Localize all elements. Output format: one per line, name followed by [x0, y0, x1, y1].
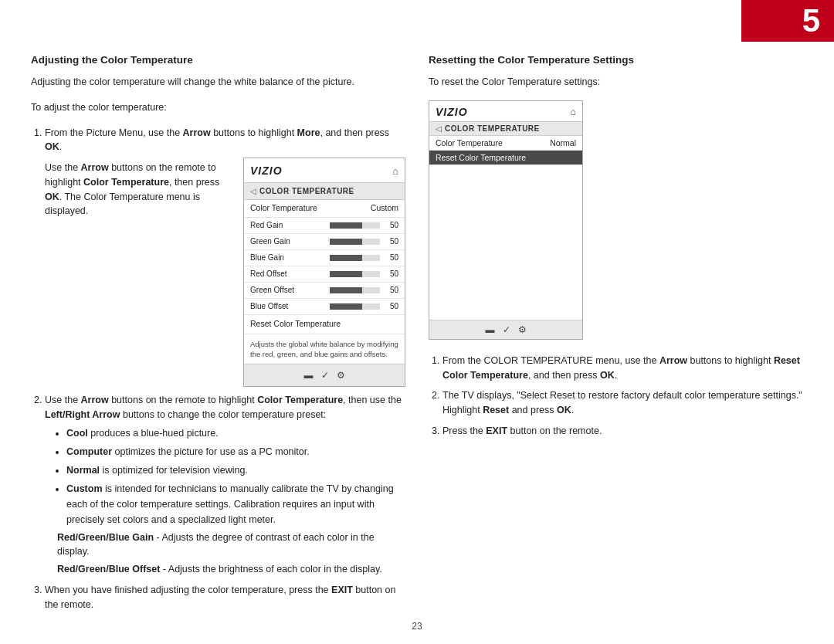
tv-right-empty-area — [429, 165, 582, 320]
bar-track — [330, 255, 380, 261]
bar-fill — [330, 255, 362, 261]
tv-right-nav: ◁ COLOR TEMPERATURE — [429, 122, 582, 136]
tv-bar-red-offset: Red Offset 50 — [244, 266, 405, 283]
bar-container: 50 — [330, 252, 398, 263]
check-icon: ✓ — [321, 368, 329, 382]
gear-icon: ⚙ — [337, 368, 345, 382]
gear-icon-right: ⚙ — [518, 324, 527, 335]
bar-track — [330, 271, 380, 277]
right-step-2: The TV displays, "Select Reset to restor… — [442, 388, 803, 418]
bar-label: Red Offset — [250, 268, 304, 280]
left-step-2: Use the Arrow buttons on the remote to h… — [45, 161, 405, 387]
check-icon-right: ✓ — [503, 324, 510, 335]
right-column: Resetting the Color Temperature Settings… — [429, 54, 803, 613]
indent-gain: Red/Green/Blue Gain - Adjusts the degree… — [57, 530, 405, 577]
bar-fill — [330, 239, 362, 245]
bar-label: Blue Gain — [250, 252, 304, 263]
bottom-page-number: 23 — [412, 621, 422, 632]
tv-row-label: Color Temperature — [250, 202, 317, 215]
tv-right-reset-label: Reset Color Temperature — [436, 153, 526, 162]
tv-bar-red-gain: Red Gain 50 — [244, 218, 405, 234]
bullet-normal: Normal is optimized for television viewi… — [66, 463, 405, 478]
bar-num: 50 — [383, 268, 398, 280]
tv-right-header: VIZIO ⌂ — [429, 101, 582, 122]
bar-fill — [330, 287, 362, 293]
bar-num: 50 — [383, 300, 398, 312]
bullet-computer: Computer optimizes the picture for use a… — [66, 444, 405, 459]
back-arrow-right: ◁ — [436, 124, 442, 133]
left-column: Adjusting the Color Temperature Adjustin… — [31, 54, 405, 613]
bar-fill — [330, 303, 362, 310]
right-steps: From the COLOR TEMPERATURE menu, use the… — [442, 354, 803, 445]
tv-right-label: Color Temperature — [436, 138, 503, 147]
monitor-icon-right: ▬ — [486, 324, 495, 335]
offset-desc: Red/Green/Blue Offset - Adjusts the brig… — [57, 562, 405, 577]
bar-track — [330, 287, 380, 293]
left-intro: Adjusting the color temperature will cha… — [31, 75, 405, 90]
bar-container: 50 — [330, 236, 398, 247]
gain-desc: Red/Green/Blue Gain - Adjusts the degree… — [57, 530, 405, 560]
menu-title-right: COLOR TEMPERATURE — [445, 124, 540, 133]
left-step-4: When you have finished adjusting the col… — [45, 583, 405, 612]
tv-row-color-temp: Color Temperature Custom — [244, 200, 405, 218]
top-bar: 5 — [741, 0, 834, 42]
left-steps: From the Picture Menu, use the Arrow but… — [45, 126, 405, 619]
tv-right-value: Normal — [550, 138, 576, 147]
vizio-logo: VIZIO — [250, 163, 283, 179]
bar-num: 50 — [383, 284, 398, 296]
tv-bar-green-gain: Green Gain 50 — [244, 234, 405, 250]
bullet-custom: Custom is intended for technicians to ma… — [66, 481, 405, 527]
page-number: 5 — [802, 2, 820, 39]
bar-track — [330, 222, 380, 229]
bar-container: 50 — [330, 268, 398, 280]
menu-title: COLOR TEMPERATURE — [259, 185, 354, 197]
main-content: Adjusting the Color Temperature Adjustin… — [31, 54, 803, 613]
home-icon-right: ⌂ — [570, 106, 576, 117]
right-step-1: From the COLOR TEMPERATURE menu, use the… — [442, 354, 803, 383]
bar-fill — [330, 271, 362, 277]
bar-track — [330, 303, 380, 310]
bar-label: Red Gain — [250, 219, 304, 231]
reset-label: Reset Color Temperature — [250, 319, 341, 328]
tv-caption: Adjusts the global white balance by modi… — [244, 334, 405, 364]
tv-ui-right-mockup: VIZIO ⌂ ◁ COLOR TEMPERATURE Color Temper… — [429, 100, 583, 340]
tv-ui-mockup: VIZIO ⌂ ◁ COLOR TEMPERATURE Color Temper… — [243, 158, 405, 387]
bar-container: 50 — [330, 219, 398, 231]
vizio-logo-right: VIZIO — [436, 106, 468, 118]
bar-track — [330, 239, 380, 245]
tv-bar-blue-offset: Blue Offset 50 — [244, 299, 405, 315]
tv-header: VIZIO ⌂ — [244, 158, 405, 183]
right-intro: To reset the Color Temperature settings: — [429, 75, 803, 90]
bar-num: 50 — [383, 252, 398, 263]
left-step-3: Use the Arrow buttons on the remote to h… — [45, 393, 405, 577]
bar-container: 50 — [330, 300, 398, 312]
bar-fill — [330, 222, 362, 229]
tv-right-footer: ▬ ✓ ⚙ — [429, 320, 582, 339]
bullet-list: Cool produces a blue-hued picture. Compu… — [66, 425, 405, 527]
left-step-1: From the Picture Menu, use the Arrow but… — [45, 126, 405, 155]
tv-bar-blue-gain: Blue Gain 50 — [244, 250, 405, 266]
back-arrow: ◁ — [250, 185, 256, 197]
tv-right-row-temp: Color Temperature Normal — [429, 136, 582, 151]
monitor-icon: ▬ — [304, 368, 314, 382]
tv-footer: ▬ ✓ ⚙ — [244, 364, 405, 386]
tv-reset-row: Reset Color Temperature — [244, 315, 405, 334]
right-step-3: Press the EXIT button on the remote. — [442, 424, 803, 439]
bar-label: Blue Offset — [250, 300, 304, 312]
bullet-cool: Cool produces a blue-hued picture. — [66, 425, 405, 441]
home-icon: ⌂ — [392, 164, 398, 179]
bar-label: Green Offset — [250, 284, 304, 296]
right-heading: Resetting the Color Temperature Settings — [429, 54, 803, 66]
left-heading: Adjusting the Color Temperature — [31, 54, 405, 66]
bar-container: 50 — [330, 284, 398, 296]
tv-row-value: Custom — [371, 202, 398, 215]
bar-label: Green Gain — [250, 236, 304, 247]
tv-right-row-reset: Reset Color Temperature — [429, 151, 582, 165]
left-sub-intro: To adjust the color temperature: — [31, 100, 405, 115]
bar-num: 50 — [383, 236, 398, 247]
bar-num: 50 — [383, 219, 398, 231]
tv-bar-green-offset: Green Offset 50 — [244, 283, 405, 299]
tv-nav: ◁ COLOR TEMPERATURE — [244, 183, 405, 200]
